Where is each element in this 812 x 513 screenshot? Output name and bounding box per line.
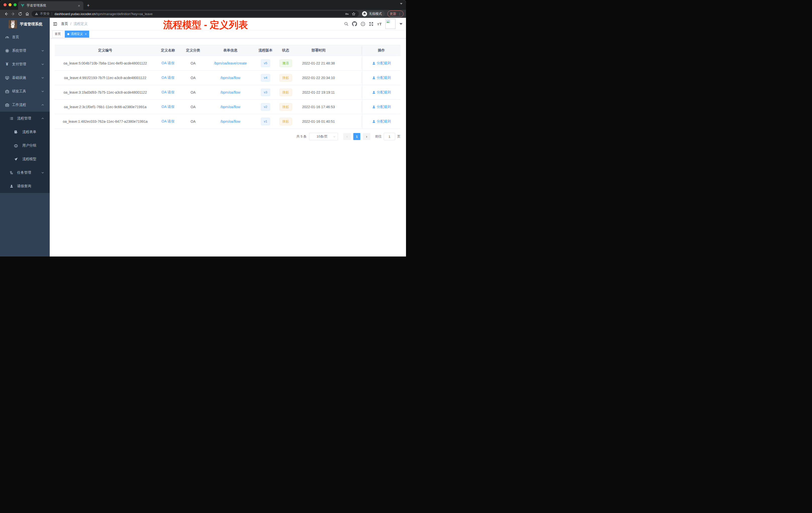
prev-page-button[interactable]: ‹ [343,133,351,140]
definition-category-cell: OA [180,56,206,70]
goto-page-input[interactable] [384,133,395,140]
security-label[interactable]: 不安全 [40,11,50,16]
monitor-icon [4,76,9,80]
tag-process-definition[interactable]: 流程定义 × [65,31,89,38]
status-badge: 挂起 [280,118,292,125]
form-info-link[interactable]: /bpm/oa/flow [221,119,240,123]
version-badge: v2 [261,103,270,111]
chevron-down-icon [41,171,44,174]
minimize-window-button[interactable] [8,3,11,6]
github-icon[interactable] [352,21,357,26]
definition-name-link[interactable]: OA 请假 [162,90,174,95]
column-header-form: 表单信息 [206,45,255,56]
definition-name-link[interactable]: OA 请假 [162,61,174,65]
fullscreen-icon[interactable] [369,22,374,26]
chevron-up-icon [41,103,44,107]
home-button[interactable] [24,10,31,17]
tab-search-chevron-icon[interactable] [400,3,403,4]
deploy-time-cell: 2022-01-16 17:46:53 [295,100,342,114]
sidebar-item-leave-query[interactable]: 请假查询 [0,179,50,193]
sidebar-item-label: 首页 [12,35,19,39]
current-page-button[interactable]: 1 [353,133,360,140]
assign-rule-label: 分配规则 [377,76,391,80]
avatar[interactable] [385,19,396,29]
sidebar-item-workflow[interactable]: 工作流程 [0,98,50,112]
new-tab-button[interactable]: + [87,3,90,8]
sidebar-item-label: 研发工具 [12,89,26,94]
zoom-window-button[interactable] [13,3,17,6]
sidebar-item-payment[interactable]: ¥ 支付管理 [0,58,50,71]
update-chip[interactable]: 更新 ⋮ [387,10,404,17]
next-page-button[interactable]: › [363,133,370,140]
sidebar-item-task-management[interactable]: 任务管理 [0,166,50,179]
assign-rule-button[interactable]: 分配规则 [372,90,391,95]
deploy-time-cell: 2022-01-22 21:48:38 [295,56,342,70]
browser-tab[interactable]: 芋道管理系统 × [18,1,83,10]
page-size-select[interactable]: 10条/页 [309,133,338,140]
column-header-category: 定义分类 [180,45,206,56]
forward-button[interactable] [9,10,17,17]
search-icon[interactable] [344,22,348,26]
incognito-badge: 无痕模式 [361,10,385,17]
tag-close-icon[interactable]: × [85,32,87,36]
sidebar-item-label: 请假查询 [17,184,31,188]
deploy-time-cell: 2022-01-22 19:19:11 [295,85,342,100]
goto-label: 前往 [375,134,382,139]
sidebar-item-dev-tools[interactable]: 研发工具 [0,85,50,98]
sidebar-item-user-group[interactable]: 用户分组 [0,139,50,152]
sidebar-item-infrastructure[interactable]: 基础设施 [0,71,50,85]
goto-unit: 页 [397,134,401,139]
user-icon [9,184,14,188]
help-question-icon[interactable]: ? [360,22,365,26]
definition-name-link[interactable]: OA 请假 [162,105,174,109]
definition-name-link[interactable]: OA 请假 [162,76,174,80]
back-button[interactable] [2,10,9,17]
sidebar-item-process-form[interactable]: 流程表单 [0,125,50,139]
favicon-plant-icon [21,3,25,7]
assign-rule-button[interactable]: 分配规则 [372,76,391,80]
update-label[interactable]: 更新 [390,11,396,16]
assign-rule-button[interactable]: 分配规则 [372,119,391,124]
avatar-dropdown-caret-icon[interactable] [400,23,403,25]
dashboard-icon [4,35,9,39]
sidebar-item-label: 流程模型 [22,157,36,161]
sidebar-item-process-management[interactable]: 流程管理 [0,112,50,125]
url-host: dashboard.yudao.iocoder.cn [55,12,95,16]
browser-toolbar: 不安全 dashboard.yudao.iocoder.cn /bpm/mana… [0,10,406,18]
definition-id-cell: oa_leave:3:1fad3d93-7b75-11ec-a3c8-acde4… [55,85,156,100]
address-bar[interactable]: 不安全 dashboard.yudao.iocoder.cn /bpm/mana… [32,11,359,17]
close-window-button[interactable] [3,3,6,6]
definition-name-link[interactable]: OA 请假 [162,119,174,124]
form-info-link[interactable]: /bpm/oa/flow [221,76,240,80]
sidebar-collapse-icon[interactable] [50,18,61,30]
status-badge: 挂起 [280,103,292,111]
tab-title: 芋道管理系统 [27,3,77,8]
tag-home[interactable]: 首页 [52,31,63,38]
form-info-link[interactable]: /bpm/oa/flow [221,90,240,94]
sidebar-item-process-model[interactable]: 流程模型 [0,152,50,166]
sidebar-item-system[interactable]: 系统管理 [0,44,50,58]
definition-category-cell: OA [180,85,206,100]
bookmark-star-icon[interactable] [351,12,356,16]
breadcrumb-home[interactable]: 首页 [61,22,68,26]
spacer-cell [342,56,362,70]
tab-close-icon[interactable]: × [77,3,81,8]
security-warning-icon[interactable] [35,12,38,16]
browser-menu-dots-icon[interactable]: ⋮ [398,12,401,16]
spacer-cell [342,114,362,129]
spacer-cell [342,85,362,100]
assign-rule-button[interactable]: 分配规则 [372,61,391,65]
column-header-deploy-time: 部署时间 [295,45,342,56]
sidebar-item-label: 系统管理 [12,49,26,53]
font-size-icon[interactable]: ᴛT [377,22,382,26]
deploy-time-cell: 2022-01-16 01:40:51 [295,114,342,129]
form-info-link[interactable]: /bpm/oa/leave/create [214,61,247,65]
browser-tabstrip: 芋道管理系统 × + [0,0,406,10]
reload-button[interactable] [17,10,24,17]
password-key-icon[interactable] [345,12,349,16]
definition-category-cell: OA [180,100,206,114]
sidebar-item-home[interactable]: 首页 [0,30,50,44]
sidebar-logo[interactable]: 芋道管理系统 [0,18,50,30]
assign-rule-button[interactable]: 分配规则 [372,105,391,109]
form-info-link[interactable]: /bpm/oa/flow [221,105,240,109]
